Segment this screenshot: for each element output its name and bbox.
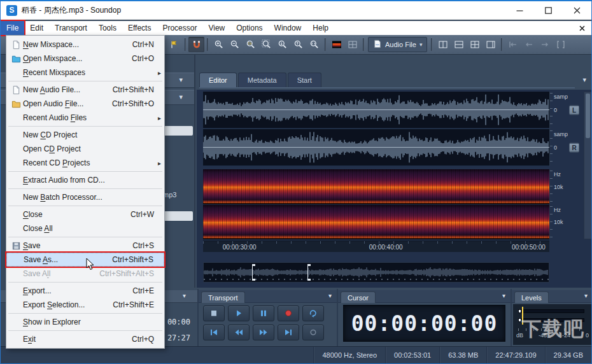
zoom-out-vertical-icon[interactable] (290, 37, 306, 52)
skip-end-button[interactable] (278, 325, 299, 340)
levels-panel-menu-icon[interactable]: ▾ (584, 292, 588, 299)
file-menu-item-save[interactable]: SaveCtrl+S (6, 239, 164, 253)
zoom-selection-icon[interactable] (243, 37, 258, 52)
file-menu-item-close[interactable]: CloseCtrl+W (6, 207, 164, 221)
chevron-down-icon[interactable]: ▾ (183, 292, 186, 299)
file-menu-item-recent-cd-projects[interactable]: Recent CD Projects▸ (6, 156, 164, 170)
layout-single-icon[interactable] (483, 37, 498, 52)
channel-l-button[interactable]: L (569, 106, 579, 115)
close-button[interactable] (563, 1, 591, 19)
loop-button[interactable] (302, 305, 324, 321)
channel-r-button[interactable]: R (569, 143, 579, 153)
document-close-icon[interactable] (575, 21, 588, 35)
submenu-arrow-icon: ▸ (158, 69, 161, 76)
nav-next-icon[interactable] (537, 37, 553, 52)
waveform-left-channel[interactable] (203, 92, 549, 129)
chevron-down-icon[interactable]: ▾ (179, 76, 183, 84)
transport-panel-title: Transport (201, 291, 245, 303)
timeline-label: 00:00:40:00 (369, 244, 403, 251)
file-menu-item-open-cd-project[interactable]: Open CD Project (6, 142, 164, 156)
player-time-total: 27:27 (164, 333, 190, 342)
menu-item-shortcut: Ctrl+O (132, 54, 154, 63)
zoom-out-icon[interactable] (227, 37, 243, 52)
menubar-item-processor[interactable]: Processor (157, 21, 202, 35)
menubar-item-tools[interactable]: Tools (93, 21, 122, 35)
file-menu-item-show-in-explorer[interactable]: Show in Explorer (6, 315, 164, 329)
file-menu-item-new-batch-processor[interactable]: New Batch Processor... (6, 190, 164, 204)
zoom-fit-icon[interactable] (306, 37, 322, 52)
file-menu-item-recent-mixspaces[interactable]: Recent Mixspaces▸ (6, 66, 164, 80)
file-menu-item-extract-audio-from-cd[interactable]: Extract Audio from CD... (6, 173, 164, 187)
maximize-button[interactable] (534, 1, 563, 19)
file-menu-item-export[interactable]: Export...Ctrl+E (6, 284, 164, 298)
scrollbar-thumb[interactable] (586, 94, 590, 138)
spectrogram-left-channel[interactable] (203, 169, 549, 204)
record-standby-button[interactable] (302, 325, 324, 340)
statusbar: 48000 Hz, Stereo00:02:53:0163.38 MB22:47… (1, 346, 591, 363)
grid-display-icon[interactable] (344, 37, 360, 52)
fast-forward-button[interactable] (253, 325, 274, 340)
file-menu-item-new-audio-file[interactable]: New Audio File...Ctrl+Shift+N (6, 83, 164, 97)
zoom-in-vertical-icon[interactable] (274, 37, 290, 52)
play-button[interactable] (228, 305, 250, 321)
cursor-panel-menu-icon[interactable]: ▾ (502, 292, 505, 299)
transport-panel-menu-icon[interactable]: ▾ (328, 292, 332, 299)
minimize-button[interactable] (505, 1, 534, 19)
layout-grid-icon[interactable] (467, 37, 483, 52)
menubar-item-help[interactable]: Help (307, 21, 334, 35)
file-menu: New Mixspace...Ctrl+NOpen Mixspace...Ctr… (6, 35, 165, 349)
file-menu-item-new-mixspace[interactable]: New Mixspace...Ctrl+N (6, 38, 164, 52)
file-menu-item-open-mixspace[interactable]: Open Mixspace...Ctrl+O (6, 52, 164, 66)
vertical-scrollbar[interactable] (584, 92, 592, 239)
file-menu-item-new-cd-project[interactable]: New CD Project (6, 128, 164, 142)
zoom-all-icon[interactable] (258, 37, 274, 52)
menubar-item-edit[interactable]: Edit (24, 21, 49, 35)
pause-button[interactable] (253, 305, 274, 321)
spectrogram-right-channel[interactable] (203, 205, 549, 239)
layout-stack-icon[interactable] (451, 37, 467, 52)
menubar-item-effects[interactable]: Effects (122, 21, 157, 35)
nav-prev-bar-icon[interactable] (505, 37, 521, 52)
audio-file-dropdown-label: Audio File (385, 41, 416, 48)
file-menu-item-save-as[interactable]: Save As...Ctrl+Shift+S (6, 253, 164, 267)
stop-button[interactable] (203, 305, 225, 321)
file-menu-item-save-all[interactable]: Save AllCtrl+Shift+Alt+S (6, 267, 164, 281)
menubar-item-transport[interactable]: Transport (49, 21, 93, 35)
tab-metadata[interactable]: Metadata (238, 73, 286, 87)
meter-scale-label: -48 (539, 332, 547, 339)
tab-start[interactable]: Start (288, 73, 321, 87)
audio-file-dropdown[interactable]: Audio File▾ (368, 37, 427, 52)
waveform-right-channel[interactable] (203, 129, 549, 166)
menubar-item-window[interactable]: Window (269, 21, 307, 35)
chevron-down-icon[interactable]: ▾ (179, 93, 183, 101)
loop-brackets-icon[interactable] (553, 37, 568, 52)
spectral-display-icon[interactable] (328, 37, 344, 52)
file-menu-item-export-selection[interactable]: Export Selection...Ctrl+Shift+E (6, 298, 164, 312)
snap-magnet-icon[interactable] (188, 37, 204, 52)
layout-split-icon[interactable] (435, 37, 451, 52)
file-menu-item-close-all[interactable]: Close All (6, 221, 164, 235)
tab-editor[interactable]: Editor (199, 73, 237, 87)
menubar-item-options[interactable]: Options (230, 21, 268, 35)
overview-strip[interactable] (203, 262, 549, 283)
timeline-ruler[interactable]: 00:00:30:0000:00:40:0000:00:50:00 (203, 241, 549, 252)
file-menu-item-open-audio-file[interactable]: Open Audio File...Ctrl+Shift+O (6, 97, 164, 111)
editor-panel-menu-icon[interactable]: ▾ (582, 76, 586, 84)
skip-start-button[interactable] (203, 325, 225, 340)
file-menu-item-exit[interactable]: ExitCtrl+Q (6, 332, 164, 346)
titlebar[interactable]: S 稻香 - 周杰伦.mp3 - Soundop (1, 1, 591, 20)
menubar-item-file[interactable]: File (1, 21, 24, 35)
nav-prev-icon[interactable] (521, 37, 537, 52)
menubar: FileEditTransportToolsEffectsProcessorVi… (1, 21, 591, 35)
channel-tick-label: 0 (554, 107, 557, 113)
editor-panel: EditorMetadataStart ▾ samp0Lsamp0RHz10kH… (197, 55, 591, 288)
menubar-item-view[interactable]: View (202, 21, 230, 35)
file-menu-item-recent-audio-files[interactable]: Recent Audio Files▸ (6, 111, 164, 125)
record-button[interactable] (278, 305, 299, 321)
menu-item-label: Open Audio File... (23, 99, 83, 108)
marker-tool-icon[interactable] (166, 37, 182, 52)
channel-tick-label: 10k (554, 184, 563, 190)
menu-item-shortcut: Ctrl+Shift+N (113, 85, 154, 94)
rewind-button[interactable] (228, 325, 250, 340)
zoom-in-icon[interactable] (211, 37, 227, 52)
